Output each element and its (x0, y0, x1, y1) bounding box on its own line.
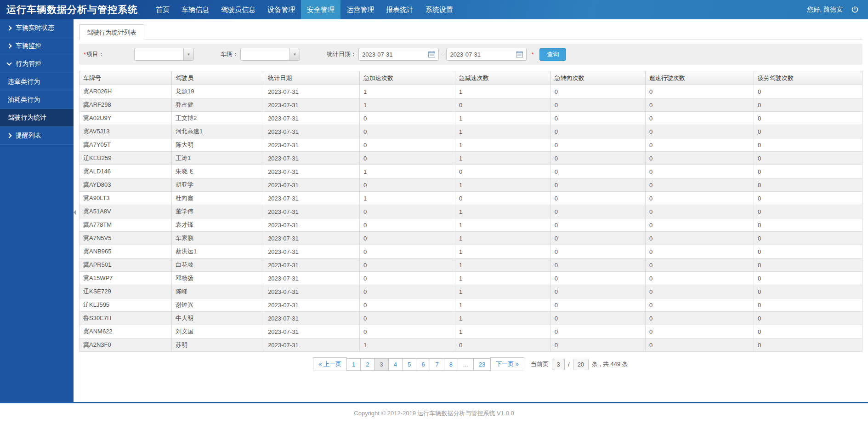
current-page-input[interactable]: 3 (552, 359, 565, 370)
sidebar-item-label: 提醒列表 (16, 132, 41, 140)
prev-page-button[interactable]: « 上一页 (313, 357, 347, 371)
cell-harsh-acceleration: 0 (360, 232, 455, 245)
cell-fatigue: 0 (754, 152, 862, 165)
table-row[interactable]: 辽KLJ595 谢钟兴 2023-07-31 0 1 0 0 0 (79, 298, 862, 312)
cell-harsh-turn: 0 (550, 232, 645, 245)
page-number-button[interactable]: 2 (360, 358, 374, 371)
cell-date: 2023-07-31 (264, 245, 360, 258)
cell-overspeed: 0 (645, 218, 754, 232)
sidebar-item-vehicle-realtime-status[interactable]: 车辆实时状态 (0, 19, 74, 37)
sidebar-item-violation-behavior[interactable]: 违章类行为 (0, 73, 74, 91)
cell-plate: 辽KEU259 (79, 152, 172, 165)
page-number-button[interactable]: 1 (346, 358, 361, 371)
cell-fatigue: 0 (754, 85, 862, 98)
page-number-button[interactable]: 5 (402, 358, 416, 371)
page-number-button[interactable]: 7 (430, 358, 444, 371)
table-row[interactable]: 冀AR026H 龙源19 2023-07-31 1 1 0 0 0 (79, 85, 862, 98)
calendar-icon[interactable] (428, 51, 435, 57)
table-row[interactable]: 冀A15WP7 邓杨扬 2023-07-31 0 1 0 0 0 (79, 272, 862, 285)
main-menu: 首页 车辆信息 驾驶员信息 设备管理 安全管理 运营管理 报表统计 系统设置 (150, 0, 459, 19)
table-row[interactable]: 冀APR501 白花歧 2023-07-31 0 1 0 0 0 (79, 258, 862, 272)
table-row[interactable]: 冀A2N3F0 苏明 2023-07-31 1 0 0 0 0 (79, 338, 862, 352)
table-head: 车牌号 驾驶员 统计日期 急加速次数 急减速次数 急转向次数 超速行驶次数 (79, 71, 862, 85)
table-row[interactable]: 冀A7N5V5 车家鹏 2023-07-31 0 1 0 0 0 (79, 232, 862, 245)
page-number-button[interactable]: 4 (388, 358, 403, 371)
table-row[interactable]: 冀A51A8V 董学伟 2023-07-31 0 1 0 0 0 (79, 205, 862, 218)
date-from-input[interactable]: 2023-07-31 (358, 48, 439, 61)
sidebar-collapse-handle collapse-left-icon[interactable] (74, 210, 76, 215)
middle-region: 车辆实时状态 车辆监控 行为管控 违章类行为 油耗类行为 驾驶行为统计 提醒列表 (0, 19, 868, 402)
nav-menu-item[interactable]: 首页 (150, 0, 176, 19)
cell-date: 2023-07-31 (264, 325, 360, 338)
sidebar-item-reminder-list[interactable]: 提醒列表 (0, 127, 74, 145)
sidebar-item-vehicle-monitoring[interactable]: 车辆监控 (0, 37, 74, 55)
sidebar-item-behavior-management[interactable]: 行为管控 (0, 55, 74, 73)
cell-plate: 冀A15WP7 (79, 272, 172, 285)
page-number-button[interactable]: ... (458, 358, 474, 371)
cell-plate: 冀ALD146 (79, 165, 172, 178)
nav-menu-item[interactable]: 驾驶员信息 (215, 0, 261, 19)
table-row[interactable]: 冀ARF298 乔占健 2023-07-31 1 0 0 0 0 (79, 98, 862, 112)
table-row[interactable]: 冀ANB965 蔡洪运1 2023-07-31 0 1 0 0 0 (79, 245, 862, 258)
cell-harsh-deceleration: 1 (455, 218, 550, 232)
page-separator: / (568, 361, 570, 368)
logout-button[interactable] (850, 5, 860, 15)
cell-date: 2023-07-31 (264, 232, 360, 245)
table-row[interactable]: 冀AYD803 胡亚学 2023-07-31 0 1 0 0 0 (79, 178, 862, 192)
nav-menu-item[interactable]: 运营管理 (340, 0, 380, 19)
page-number-button[interactable]: 3 (374, 358, 388, 371)
dropdown-arrow-icon[interactable]: ▼ (289, 48, 300, 60)
cell-harsh-deceleration: 0 (455, 98, 550, 112)
nav-menu-item[interactable]: 报表统计 (380, 0, 420, 19)
page-number-button[interactable]: 6 (416, 358, 430, 371)
nav-menu-item[interactable]: 系统设置 (420, 0, 459, 19)
next-page-button[interactable]: 下一页 » (490, 357, 524, 371)
table-row[interactable]: 冀ALD146 朱晓飞 2023-07-31 1 0 0 0 0 (79, 165, 862, 178)
project-select[interactable]: ▼ (134, 48, 194, 61)
cell-harsh-deceleration: 1 (455, 138, 550, 152)
nav-menu-item[interactable]: 安全管理 (301, 0, 340, 19)
cell-driver: 胡亚学 (172, 178, 264, 192)
cell-harsh-deceleration: 1 (455, 178, 550, 192)
cell-date: 2023-07-31 (264, 112, 360, 125)
calendar-icon[interactable] (516, 51, 523, 57)
cell-driver: 王文博2 (172, 112, 264, 125)
cell-overspeed: 0 (645, 338, 754, 352)
table-row[interactable]: 辽KSE729 陈峰 2023-07-31 0 1 0 0 0 (79, 285, 862, 298)
tab-driving-behavior-list[interactable]: 驾驶行为统计列表 (79, 24, 144, 40)
table-row[interactable]: 冀A778TM 袁才锋 2023-07-31 0 1 0 0 0 (79, 218, 862, 232)
table-row[interactable]: 辽KEU259 王涛1 2023-07-31 0 1 0 0 0 (79, 152, 862, 165)
cell-driver: 陈大明 (172, 138, 264, 152)
search-button[interactable]: 查询 (539, 48, 566, 61)
cell-harsh-deceleration: 1 (455, 85, 550, 98)
nav-menu-item[interactable]: 设备管理 (261, 0, 301, 19)
table-row[interactable]: 冀AV5J13 河北高速1 2023-07-31 0 1 0 0 0 (79, 125, 862, 138)
cell-harsh-deceleration: 1 (455, 312, 550, 325)
cell-harsh-deceleration: 1 (455, 245, 550, 258)
sidebar-item-fuel-behavior[interactable]: 油耗类行为 (0, 91, 74, 109)
table-header-row: 车牌号 驾驶员 统计日期 急加速次数 急减速次数 急转向次数 超速行驶次数 (79, 71, 862, 85)
cell-fatigue: 0 (754, 298, 862, 312)
page-size-input[interactable]: 20 (573, 359, 589, 370)
cell-fatigue: 0 (754, 245, 862, 258)
dropdown-arrow-icon[interactable]: ▼ (183, 48, 193, 60)
nav-menu-item[interactable]: 车辆信息 (176, 0, 215, 19)
table-row[interactable]: 冀A90LT3 杜向鑫 2023-07-31 1 0 0 0 0 (79, 192, 862, 205)
pagination: « 上一页 1 2 3 4 5 6 7 (79, 357, 862, 371)
table-row[interactable]: 冀A7Y05T 陈大明 2023-07-31 0 1 0 0 0 (79, 138, 862, 152)
vehicle-select[interactable]: ▼ (240, 48, 300, 61)
cell-overspeed: 0 (645, 152, 754, 165)
page-number-button[interactable]: 8 (444, 358, 458, 371)
cell-date: 2023-07-31 (264, 192, 360, 205)
table-row[interactable]: 冀ANM622 刘义国 2023-07-31 0 1 0 0 0 (79, 325, 862, 338)
date-to-input[interactable]: 2023-07-31 (446, 48, 527, 61)
sidebar-item-driving-behavior-stats[interactable]: 驾驶行为统计 (0, 109, 74, 127)
cell-harsh-deceleration: 1 (455, 205, 550, 218)
page-number-button[interactable]: 23 (473, 358, 491, 371)
cell-date: 2023-07-31 (264, 272, 360, 285)
cell-harsh-acceleration: 1 (360, 192, 455, 205)
cell-plate: 辽KLJ595 (79, 298, 172, 312)
table-row[interactable]: 鲁S30E7H 牛大明 2023-07-31 0 1 0 0 0 (79, 312, 862, 325)
cell-harsh-turn: 0 (550, 178, 645, 192)
table-row[interactable]: 冀A02U9Y 王文博2 2023-07-31 0 1 0 0 0 (79, 112, 862, 125)
